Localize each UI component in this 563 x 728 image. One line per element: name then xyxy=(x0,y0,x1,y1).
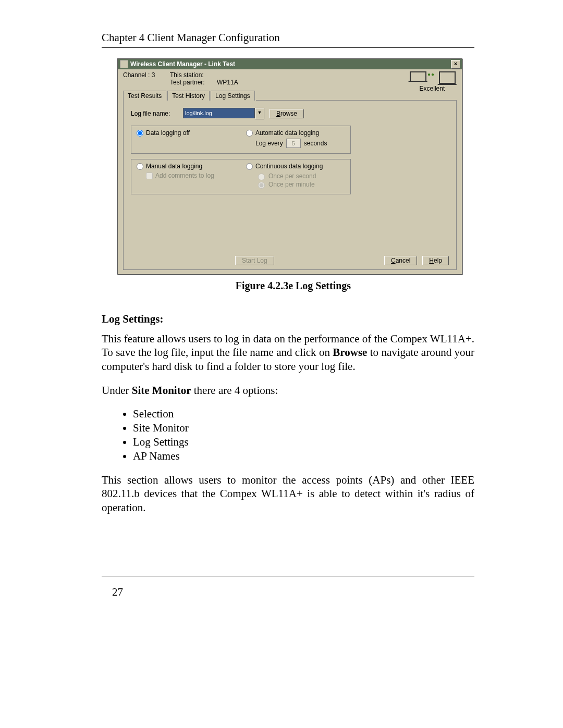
list-item: Log Settings xyxy=(133,436,474,449)
chevron-down-icon[interactable]: ▼ xyxy=(255,108,264,119)
radio-datalogging-off[interactable]: Data logging off xyxy=(137,129,236,137)
channel-label: Channel : xyxy=(123,71,150,79)
checkbox-label: Add comments to log xyxy=(155,172,214,179)
page-number: 27 xyxy=(112,586,474,599)
list-item: Site Monitor xyxy=(133,422,474,435)
laptop-icon xyxy=(409,71,427,84)
logfile-label: Log file name: xyxy=(131,110,178,117)
cancel-button[interactable]: Cancel xyxy=(384,256,417,265)
status-text: Excellent xyxy=(420,85,445,92)
options-list: Selection Site Monitor Log Settings AP N… xyxy=(133,408,474,463)
log-every-input[interactable]: 5 xyxy=(286,139,301,148)
radio-once-per-minute[interactable]: Once per minute xyxy=(255,180,345,189)
logging-group-2: Manual data logging Add comments to log … xyxy=(131,159,351,194)
connection-status: ●● Excellent xyxy=(409,71,456,92)
footer-rule xyxy=(102,576,474,576)
header-rule xyxy=(102,47,474,48)
paragraph-1: This feature allows users to log in data… xyxy=(102,332,474,373)
radio-manual-logging[interactable]: Manual data logging xyxy=(137,163,236,170)
radio-label: Continuous data logging xyxy=(255,163,323,170)
help-button[interactable]: Help xyxy=(422,256,449,265)
chapter-header: Chapter 4 Client Manager Configuration xyxy=(102,31,474,44)
radio-label: Automatic data logging xyxy=(255,129,319,137)
browse-button[interactable]: Browse xyxy=(270,109,304,118)
close-icon[interactable]: × xyxy=(451,60,460,69)
radio-label: Once per second xyxy=(268,172,316,180)
section-heading: Log Settings: xyxy=(102,313,474,326)
test-partner-label: Test partner: xyxy=(170,79,212,86)
paragraph-2: Under Site Monitor there are 4 options: xyxy=(102,384,474,397)
radio-once-per-second[interactable]: Once per second xyxy=(255,172,345,180)
app-icon xyxy=(120,60,128,68)
radio-continuous-logging[interactable]: Continuous data logging xyxy=(246,163,345,170)
radio-automatic-logging[interactable]: Automatic data logging xyxy=(246,129,345,137)
start-log-button[interactable]: Start Log xyxy=(235,256,274,265)
radio-label: Manual data logging xyxy=(146,163,202,170)
seconds-label: seconds xyxy=(304,140,327,147)
signal-icon: ●● xyxy=(427,71,435,77)
window-title: Wireless Client Manager - Link Test xyxy=(130,60,235,68)
tab-test-results[interactable]: Test Results xyxy=(123,91,166,101)
radio-label: Once per minute xyxy=(268,181,315,188)
figure-caption: Figure 4.2.3e Log Settings xyxy=(117,280,469,292)
accesspoint-icon xyxy=(439,71,456,84)
link-test-dialog: Wireless Client Manager - Link Test × Ch… xyxy=(117,58,462,275)
titlebar: Wireless Client Manager - Link Test × xyxy=(118,59,462,69)
tab-log-settings[interactable]: Log Settings xyxy=(211,91,255,101)
test-partner-value: WP11A xyxy=(217,79,238,86)
logfile-input[interactable] xyxy=(183,108,255,118)
log-every-label: Log every xyxy=(255,140,283,147)
list-item: Selection xyxy=(133,408,474,421)
tab-test-history[interactable]: Test History xyxy=(167,91,210,101)
paragraph-3: This section allows users to monitor the… xyxy=(102,473,474,514)
radio-label: Data logging off xyxy=(146,129,190,137)
tab-strip: Test Results Test History Log Settings xyxy=(123,90,457,101)
logging-group-1: Data logging off Automatic data logging … xyxy=(131,126,351,154)
this-station-label: This station: xyxy=(170,71,212,79)
list-item: AP Names xyxy=(133,450,474,463)
log-settings-panel: Log file name: ▼ Browse Data logging off xyxy=(123,101,457,270)
channel-value: 3 xyxy=(152,71,155,79)
checkbox-add-comments[interactable]: Add comments to log xyxy=(146,172,236,179)
